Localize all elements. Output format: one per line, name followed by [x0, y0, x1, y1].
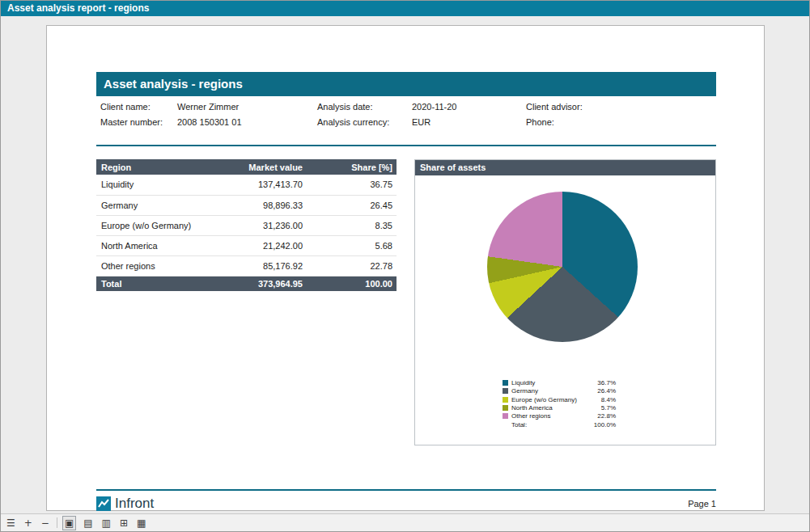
legend-value: 26.4%	[597, 387, 616, 395]
client-name-label: Client name:	[100, 102, 151, 112]
legend-swatch	[503, 388, 508, 394]
header-divider	[96, 145, 716, 146]
legend-value: 36.7%	[597, 379, 616, 386]
market-value-cell: 98,896.33	[219, 195, 307, 215]
market-value-cell: 31,236.00	[219, 215, 307, 235]
zoom-in-icon[interactable]: +	[23, 517, 34, 530]
legend-total-value: 100.0%	[594, 421, 616, 429]
chart-legend: Liquidity 36.7% Germany 26.4% Europe (w/…	[503, 379, 616, 430]
window-title: Asset analysis report - regions	[7, 2, 149, 14]
share-cell: 22.78	[307, 255, 397, 276]
window-titlebar: Asset analysis report - regions	[1, 1, 809, 16]
report-viewer-window: Asset analysis report - regions Asset an…	[0, 0, 810, 532]
preview-area: Asset analysis - regions Client name: We…	[1, 16, 809, 513]
brand-name: Infront	[115, 496, 154, 512]
table-row: Liquidity 137,413.70 36.75	[96, 175, 397, 195]
legend-label: Europe (w/o Germany)	[511, 396, 577, 403]
analysis-date-value: 2020-11-20	[412, 102, 456, 112]
client-name-value: Werner Zimmer	[177, 102, 239, 112]
legend-swatch	[503, 413, 508, 419]
legend-row: Europe (w/o Germany) 8.4%	[503, 396, 616, 404]
single-page-icon[interactable]: ▤	[82, 517, 94, 530]
total-share-cell: 100.00	[307, 276, 397, 291]
analysis-date-label: Analysis date:	[317, 102, 372, 112]
chart-panel-header: Share of assets	[415, 160, 715, 175]
infront-logo-icon	[96, 496, 111, 511]
legend-row: Germany 26.4%	[503, 387, 616, 395]
pie-chart	[487, 192, 638, 342]
phone-label: Phone:	[526, 117, 554, 127]
regions-table: Region Market value Share [%] Liquidity …	[96, 159, 397, 291]
report-header-bar: Asset analysis - regions	[96, 72, 716, 96]
fit-page-icon[interactable]: ▣	[62, 516, 76, 530]
region-header: Region	[96, 159, 219, 175]
legend-value: 5.7%	[601, 404, 616, 412]
legend-label: Other regions	[511, 412, 550, 420]
legend-swatch	[503, 380, 508, 386]
footer-divider	[96, 489, 716, 491]
total-value-cell: 373,964.95	[219, 276, 307, 291]
legend-swatch	[503, 405, 508, 411]
table-header-row: Region Market value Share [%]	[96, 159, 397, 175]
legend-value: 22.8%	[597, 412, 616, 420]
region-cell: Europe (w/o Germany)	[96, 215, 219, 235]
market-value-cell: 137,413.70	[219, 175, 307, 195]
analysis-currency-value: EUR	[412, 117, 430, 127]
menu-icon[interactable]: ☰	[5, 517, 17, 530]
chart-panel-title: Share of assets	[420, 163, 486, 172]
report-title: Asset analysis - regions	[104, 77, 243, 91]
legend-total-row: Total: 100.0%	[503, 421, 616, 429]
legend-total-label: Total:	[511, 421, 527, 429]
report-page: Asset analysis - regions Client name: We…	[46, 25, 765, 511]
share-cell: 36.75	[307, 175, 397, 195]
legend-label: Liquidity	[511, 379, 535, 386]
master-number-label: Master number:	[100, 117, 163, 127]
market-value-cell: 85,176.92	[219, 255, 307, 276]
region-cell: Germany	[96, 195, 219, 215]
table-row: Germany 98,896.33 26.45	[96, 195, 397, 215]
toolbar-separator	[57, 517, 57, 528]
legend-row: North America 5.7%	[503, 404, 616, 412]
client-advisor-label: Client advisor:	[526, 102, 583, 112]
share-header: Share [%]	[307, 159, 397, 175]
facing-pages-icon[interactable]: ▥	[100, 517, 112, 530]
legend-label: North America	[511, 404, 553, 412]
table-total-row: Total 373,964.95 100.00	[96, 276, 397, 291]
zoom-out-icon[interactable]: −	[40, 517, 51, 530]
share-cell: 26.45	[307, 195, 397, 215]
legend-row: Other regions 22.8%	[503, 412, 616, 420]
share-cell: 8.35	[307, 215, 397, 235]
legend-row: Liquidity 36.7%	[503, 379, 616, 387]
page-number: Page 1	[635, 499, 716, 509]
share-of-assets-panel: Share of assets Liquidity 36.7% Germany …	[414, 159, 716, 445]
legend-swatch	[503, 397, 508, 403]
legend-label: Germany	[511, 387, 538, 395]
total-label-cell: Total	[96, 276, 219, 291]
master-number-value: 2008 150301 01	[177, 117, 242, 127]
market-value-header: Market value	[219, 159, 307, 175]
region-cell: North America	[96, 235, 219, 255]
legend-value: 8.4%	[601, 396, 616, 403]
region-cell: Liquidity	[96, 175, 219, 195]
share-cell: 5.68	[307, 235, 397, 255]
grid-3x3-icon[interactable]: ▦	[135, 517, 147, 530]
table-row: Europe (w/o Germany) 31,236.00 8.35	[96, 215, 397, 235]
grid-2x2-icon[interactable]: ⊞	[118, 517, 129, 530]
viewer-toolbar: ☰ + − ▣ ▤ ▥ ⊞ ▦	[1, 513, 809, 531]
table-row: Other regions 85,176.92 22.78	[96, 255, 397, 276]
analysis-currency-label: Analysis currency:	[317, 117, 389, 127]
market-value-cell: 21,242.00	[219, 235, 307, 255]
table-row: North America 21,242.00 5.68	[96, 235, 397, 255]
region-cell: Other regions	[96, 255, 219, 276]
